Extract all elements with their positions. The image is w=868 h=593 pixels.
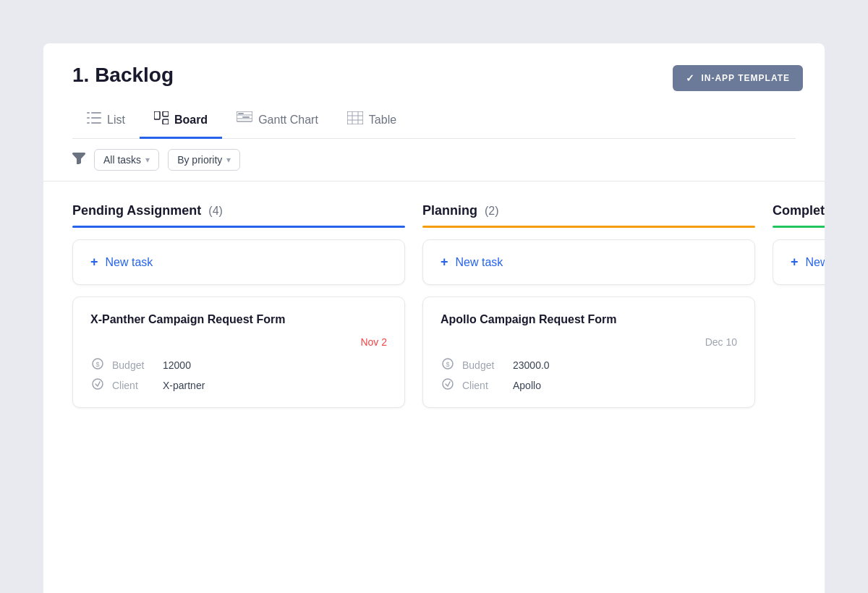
all-tasks-label: All tasks — [103, 154, 141, 166]
svg-point-24 — [443, 379, 453, 389]
svg-rect-5 — [87, 122, 90, 124]
client-label: Client — [112, 380, 156, 391]
pending-new-task-label: New task — [106, 256, 153, 269]
svg-rect-3 — [87, 117, 90, 119]
complete-new-task-card: + New — [773, 239, 825, 285]
plus-icon: + — [90, 255, 98, 270]
column-pending-title: Pending Assignment — [72, 203, 201, 218]
column-pending-count: (4) — [208, 205, 223, 218]
gantt-icon — [237, 111, 252, 128]
tab-board-label: Board — [174, 114, 208, 127]
task-apollo-meta: $ Budget 23000.0 Client — [441, 358, 737, 393]
client-icon-apollo — [441, 378, 455, 393]
tab-list-label: List — [107, 114, 125, 127]
budget-label-apollo: Budget — [462, 359, 506, 371]
all-tasks-chevron-icon: ▾ — [145, 155, 150, 165]
filter-icon — [72, 153, 85, 168]
tab-gantt[interactable]: Gantt Chart — [222, 104, 333, 139]
task-xpanther-due-date: Nov 2 — [90, 336, 387, 348]
column-complete: Complete + New — [773, 203, 825, 408]
client-label-apollo: Client — [462, 380, 506, 391]
column-complete-title: Complete — [773, 203, 825, 218]
svg-text:$: $ — [95, 361, 99, 368]
svg-rect-0 — [91, 112, 101, 114]
svg-rect-6 — [154, 111, 160, 119]
task-xpanther-client-value: X-partner — [163, 380, 205, 391]
task-apollo-budget-value: 23000.0 — [513, 359, 550, 371]
column-complete-divider — [773, 226, 825, 228]
planning-new-task-button[interactable]: + New task — [441, 255, 503, 270]
column-complete-header: Complete — [773, 203, 825, 218]
task-apollo-budget-row: $ Budget 23000.0 — [441, 358, 737, 372]
column-pending-divider — [72, 226, 405, 228]
svg-rect-13 — [242, 116, 250, 118]
svg-text:$: $ — [446, 361, 449, 368]
column-planning-count: (2) — [485, 205, 499, 218]
tab-table-label: Table — [369, 114, 396, 127]
task-apollo-client-row: Client Apollo — [441, 378, 737, 393]
task-card-apollo: Apollo Campaign Request Form Dec 10 $ Bu… — [422, 296, 755, 408]
column-planning: Planning (2) + New task Apollo Campaign … — [422, 203, 755, 408]
task-apollo-title: Apollo Campaign Request Form — [441, 312, 737, 328]
column-pending-header: Pending Assignment (4) — [72, 203, 405, 218]
tab-gantt-label: Gantt Chart — [258, 114, 318, 127]
svg-rect-14 — [347, 111, 363, 124]
table-icon — [347, 111, 363, 128]
task-xpanther-title: X-Panther Campaign Request Form — [90, 312, 387, 328]
planning-new-task-label: New task — [456, 256, 503, 269]
budget-icon-apollo: $ — [441, 358, 455, 372]
planning-new-task-card: + New task — [422, 239, 755, 285]
check-icon: ✓ — [686, 72, 695, 84]
by-priority-filter[interactable]: By priority ▾ — [168, 149, 240, 171]
client-icon — [90, 378, 105, 393]
complete-new-task-button[interactable]: + New — [791, 255, 825, 270]
svg-rect-1 — [87, 112, 90, 114]
svg-rect-7 — [163, 111, 169, 116]
tab-list[interactable]: List — [72, 104, 140, 139]
task-xpanther-client-row: Client X-partner — [90, 378, 387, 393]
budget-icon: $ — [90, 358, 105, 372]
column-planning-title: Planning — [422, 203, 477, 218]
main-container: ✓ IN-APP TEMPLATE 1. Backlog List — [43, 43, 825, 593]
plus-icon-planning: + — [441, 255, 448, 270]
task-card-xpanther: X-Panther Campaign Request Form Nov 2 $ … — [72, 296, 405, 408]
all-tasks-filter[interactable]: All tasks ▾ — [94, 149, 159, 171]
filters-row: All tasks ▾ By priority ▾ — [43, 139, 825, 182]
svg-point-21 — [93, 379, 103, 389]
task-apollo-client-value: Apollo — [513, 380, 541, 391]
column-planning-header: Planning (2) — [422, 203, 755, 218]
column-pending: Pending Assignment (4) + New task X-Pant… — [72, 203, 405, 408]
in-app-template-label: IN-APP TEMPLATE — [701, 73, 790, 83]
pending-new-task-card: + New task — [72, 239, 405, 285]
column-planning-divider — [422, 226, 755, 228]
board-area: Pending Assignment (4) + New task X-Pant… — [43, 182, 825, 430]
complete-new-task-label: New — [806, 256, 825, 269]
board-icon — [154, 111, 169, 128]
svg-rect-2 — [91, 117, 101, 119]
tab-board[interactable]: Board — [140, 104, 222, 139]
task-xpanther-meta: $ Budget 12000 Client — [90, 358, 387, 393]
list-icon — [87, 111, 101, 128]
tabs-row: List Board — [72, 104, 796, 139]
plus-icon-complete: + — [791, 255, 799, 270]
task-xpanther-budget-value: 12000 — [163, 359, 191, 371]
task-apollo-due-date: Dec 10 — [441, 336, 737, 348]
svg-rect-12 — [238, 113, 244, 114]
in-app-template-button[interactable]: ✓ IN-APP TEMPLATE — [673, 65, 803, 91]
budget-label: Budget — [112, 359, 156, 371]
page-header: 1. Backlog List — [43, 43, 825, 139]
svg-rect-8 — [163, 119, 169, 124]
task-xpanther-budget-row: $ Budget 12000 — [90, 358, 387, 372]
svg-rect-4 — [91, 122, 101, 124]
pending-new-task-button[interactable]: + New task — [90, 255, 153, 270]
tab-table[interactable]: Table — [333, 104, 411, 139]
by-priority-chevron-icon: ▾ — [226, 155, 231, 165]
by-priority-label: By priority — [177, 154, 222, 166]
